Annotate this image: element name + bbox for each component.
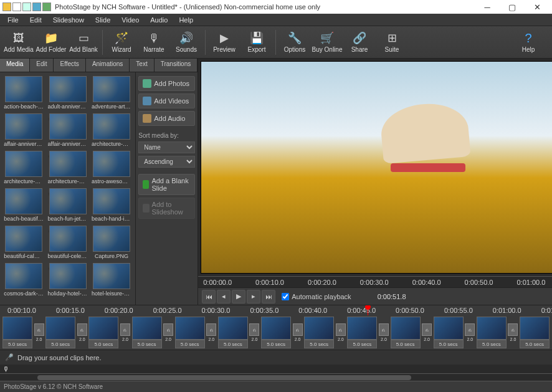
transition[interactable]: ⎌2.0 [249, 317, 260, 348]
timeline-clip[interactable]: 5.0 secs [391, 317, 421, 348]
audio-track[interactable]: 🎤 Drag your sound clips here. [0, 350, 552, 365]
tab-text[interactable]: Text [130, 59, 154, 72]
narrate-icon: 🎙 [147, 31, 161, 45]
transition[interactable]: ⎌2.0 [33, 317, 45, 348]
transition[interactable]: ⎌2.0 [206, 317, 217, 348]
timeline-clip[interactable]: 5.0 secs [520, 317, 550, 348]
menu-audio[interactable]: Audio [145, 15, 173, 25]
media-thumb[interactable]: ✔beach-beautiful-bi… [4, 188, 44, 222]
add-audio-button[interactable]: Add Audio [138, 111, 195, 126]
tab-media[interactable]: Media [0, 59, 30, 72]
prev-button[interactable]: ◂ [217, 290, 231, 304]
toolbar-buy-online[interactable]: 🛒Buy Online [311, 27, 343, 57]
toolbar-preview[interactable]: ▶Preview [208, 27, 240, 57]
next-button[interactable]: ▸ [247, 290, 260, 304]
timeline-clip[interactable]: 5.0 secs [434, 317, 464, 348]
transition[interactable]: ⎌2.0 [76, 317, 88, 348]
goto-end-button[interactable]: ⏭ [262, 290, 275, 304]
goto-start-button[interactable]: ⏮ [202, 290, 216, 304]
add-to-slideshow-button[interactable]: Add to Slideshow [138, 198, 195, 219]
tab-transitions[interactable]: Transitions [155, 59, 198, 72]
toolbar-options[interactable]: 🔧Options [278, 27, 311, 57]
tab-effects[interactable]: Effects [54, 59, 85, 72]
transition[interactable]: ⎌2.0 [163, 317, 174, 348]
timeline-clip[interactable]: 5.0 secs [45, 317, 75, 348]
transition[interactable]: ⎌2.0 [464, 317, 476, 348]
menu-slide[interactable]: Slide [90, 15, 115, 25]
timeline-clip[interactable]: 5.0 secs [304, 317, 334, 348]
help-button[interactable]: ?Help [512, 27, 545, 57]
transition[interactable]: ⎌2.0 [507, 317, 519, 348]
timeline-clip[interactable]: 5.0 secs [175, 317, 205, 348]
tab-animations[interactable]: Animations [86, 59, 130, 72]
sort-dir-select[interactable]: Ascending [138, 156, 195, 168]
tab-edit[interactable]: Edit [30, 59, 54, 72]
narration-track[interactable]: 🎙 [0, 365, 552, 373]
timeline-clip[interactable]: 5.0 secs [261, 317, 291, 348]
toolbar-narrate[interactable]: 🎙Narrate [138, 27, 170, 57]
media-thumb[interactable]: ✔astro-awesome-bl… [92, 151, 131, 184]
preview-ruler[interactable]: 0:00:00.00:00:10.00:00:20.00:00:30.00:00… [198, 276, 552, 287]
media-thumb[interactable]: ✔beach-hand-ice-cr… [92, 188, 131, 222]
timeline-clip[interactable]: 5.0 secs [132, 317, 162, 348]
timeline-clip[interactable]: 5.0 secs [477, 317, 507, 348]
menu-video[interactable]: Video [117, 15, 144, 25]
media-thumb[interactable]: ✔architecture-barg… [4, 151, 44, 184]
media-thumb[interactable]: ✔architecture-buildi… [47, 151, 87, 184]
menu-edit[interactable]: Edit [25, 15, 47, 25]
close-button[interactable]: ✕ [525, 0, 550, 14]
media-thumb[interactable]: action-beach-care… [4, 76, 44, 110]
minimize-button[interactable]: ─ [475, 0, 500, 14]
timeline-clip[interactable]: 5.0 secs [2, 317, 32, 348]
media-thumb[interactable]: ✔architecture-ballo… [92, 113, 131, 147]
audio-icon [143, 114, 151, 123]
toolbar-wizard[interactable]: 🪄Wizard [105, 27, 138, 57]
play-button[interactable]: ▶ [232, 290, 245, 304]
timeline-clips[interactable]: 5.0 secs⎌2.05.0 secs⎌2.05.0 secs⎌2.05.0 … [0, 315, 552, 350]
media-thumb[interactable]: ✔hotel-leisure-palm-… [92, 263, 131, 297]
add-folder-icon: 📁 [44, 31, 58, 45]
toolbar-share[interactable]: 🔗Share [343, 27, 376, 57]
media-thumb[interactable]: adult-anniversary… [47, 76, 87, 110]
media-thumb[interactable]: ✔affair-anniversary… [47, 113, 87, 147]
timeline-scrollbar[interactable] [0, 373, 552, 381]
transition[interactable]: ⎌2.0 [378, 317, 389, 348]
plus-icon [143, 180, 149, 189]
toolbar-add-media[interactable]: 🖼Add Media [2, 27, 35, 57]
media-thumb[interactable]: ✔holiday-hotel-las-v… [47, 263, 87, 297]
toolbar-sounds[interactable]: 🔊Sounds [170, 27, 202, 57]
toolbar-add-folder[interactable]: 📁Add Folder [35, 27, 67, 57]
add-photos-button[interactable]: Add Photos [138, 76, 195, 91]
timeline-ruler[interactable]: 0:00:10.00:00:15.00:00:20.00:00:25.00:00… [0, 305, 552, 315]
add-blank-icon: ▭ [77, 31, 90, 45]
auto-playback-checkbox[interactable]: Automatic playback [282, 293, 351, 300]
media-thumb[interactable]: ✔cosmos-dark-eveni… [4, 263, 44, 297]
toolbar-add-blank[interactable]: ▭Add Blank [67, 27, 100, 57]
menu-slideshow[interactable]: Slideshow [48, 15, 89, 25]
menu-file[interactable]: File [2, 15, 24, 25]
playhead[interactable] [368, 305, 368, 315]
transition[interactable]: ⎌2.0 [335, 317, 346, 348]
maximize-button[interactable]: ▢ [500, 0, 525, 14]
transition[interactable]: ⎌2.0 [292, 317, 303, 348]
preview-canvas[interactable] [201, 61, 552, 274]
transition[interactable]: ⎌2.0 [421, 317, 433, 348]
add-videos-button[interactable]: Add Videos [138, 93, 195, 108]
media-thumb[interactable]: Capture.PNG [92, 226, 131, 259]
media-thumb[interactable]: ✔beach-fun-jet-ski-… [47, 188, 87, 222]
media-thumb[interactable]: adventure-art-ball… [92, 76, 131, 110]
timeline-clip[interactable]: 5.0 secs [218, 317, 248, 348]
media-thumb[interactable]: ✔beautiful-calm-clo… [4, 226, 44, 259]
transition-icon: ⎌ [293, 323, 303, 336]
menu-help[interactable]: Help [174, 15, 198, 25]
toolbar-export[interactable]: 💾Export [240, 27, 273, 57]
transition[interactable]: ⎌2.0 [119, 317, 131, 348]
sort-by-select[interactable]: Name [138, 141, 195, 153]
timeline-clip[interactable]: 5.0 secs [347, 317, 377, 348]
media-thumb[interactable]: ✔affair-anniversary… [4, 113, 44, 147]
timeline-clip[interactable]: 5.0 secs [88, 317, 118, 348]
add-blank-slide-button[interactable]: Add a Blank Slide [138, 174, 195, 195]
media-thumb[interactable]: ✔beautiful-celebrati… [47, 226, 87, 259]
media-thumbnails: action-beach-care…adult-anniversary…adve… [0, 72, 135, 305]
toolbar-suite[interactable]: ⊞Suite [376, 27, 408, 57]
